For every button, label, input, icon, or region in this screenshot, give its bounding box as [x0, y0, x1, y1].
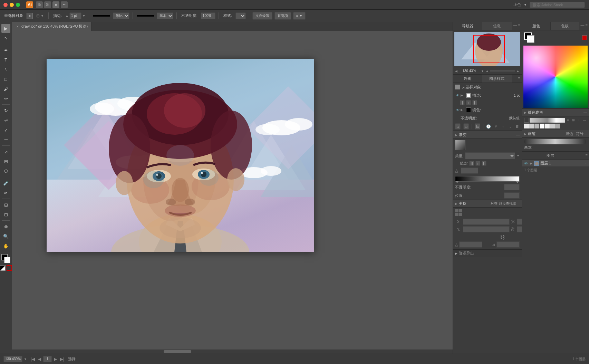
swatch-1[interactable] [529, 124, 534, 128]
tab-info[interactable]: 信息 [482, 22, 512, 30]
swatch-6[interactable] [555, 124, 560, 128]
tool-selection[interactable]: ▶ [1, 24, 10, 33]
color-minimize-icon[interactable]: — [581, 23, 585, 29]
copy-icon[interactable]: ⎘ [494, 123, 498, 130]
tab-appearance[interactable]: 外观 [453, 75, 482, 83]
tool-pen[interactable]: ✒ [1, 46, 10, 55]
tab-color[interactable]: 颜色 [522, 22, 551, 30]
tool-type[interactable]: T [1, 55, 10, 64]
layer-lock-icon[interactable]: ○ [583, 161, 586, 165]
proportional-select[interactable]: 等比 [113, 12, 129, 19]
y-input[interactable] [463, 226, 510, 232]
close-tab-icon[interactable]: ✕ [16, 25, 20, 29]
tab-pen[interactable]: ✒ [61, 1, 68, 8]
stroke-align-center[interactable]: | [466, 100, 471, 105]
extra-menu-button[interactable]: ≡ ▼ [293, 12, 306, 20]
x-input[interactable] [463, 219, 510, 225]
base-style-select[interactable]: 基本 [157, 12, 173, 19]
tool-graph[interactable]: ⊞ [1, 200, 10, 209]
color-ref-add-icon[interactable]: + [577, 118, 581, 123]
tool-line[interactable]: \ [1, 65, 10, 74]
style-select[interactable] [235, 12, 246, 19]
grad-stroke-3[interactable]: ▌ [482, 161, 486, 166]
gradient-swatch[interactable] [455, 140, 465, 150]
tool-zoom[interactable]: 🔍 [1, 232, 10, 241]
color-menu-icon[interactable]: ≡ [586, 23, 588, 29]
add-layer-btn[interactable]: □ [455, 123, 461, 130]
shear-input[interactable] [496, 241, 520, 248]
tool-scale[interactable]: ⤢ [1, 125, 10, 134]
tab-shape-style[interactable]: 图形样式 [482, 75, 512, 83]
appearance-menu-icon[interactable]: ≡ [518, 75, 520, 82]
transform-options-icon[interactable]: — [516, 202, 520, 205]
gradient-stop-right[interactable] [516, 181, 519, 183]
brush-section-header[interactable]: ▶ 画笔 描边 符号 — [522, 130, 589, 138]
gradient-stop-left[interactable] [455, 181, 459, 183]
tab-layout[interactable]: ≡ [52, 1, 59, 8]
link-constraint-icon[interactable]: ⛓ [500, 234, 505, 240]
layer-expand-icon[interactable]: ▶ [530, 162, 533, 165]
clock-icon[interactable]: 🕐 [486, 123, 491, 130]
nav-next-btn[interactable]: ▶ [53, 357, 58, 362]
tool-rotate[interactable]: ↻ [1, 106, 10, 115]
color-ref-grid-icon[interactable]: ⊞ [571, 118, 576, 123]
panel-minimize-icon[interactable]: — [513, 23, 517, 29]
doc-settings-button[interactable]: 文档设置 [252, 12, 272, 20]
tool-blend[interactable]: ∞ [1, 188, 10, 197]
tool-mirror[interactable]: ⇌ [1, 116, 10, 125]
tool-direct-selection[interactable]: ↖ [1, 33, 10, 42]
tool-slice[interactable]: ⊗ [1, 222, 10, 231]
tab-navigator[interactable]: 导航器 [453, 22, 482, 30]
color-ref-del-icon[interactable]: — [582, 118, 587, 123]
stroke-expand-icon[interactable]: ▶ [461, 94, 465, 97]
stroke-visibility-icon[interactable]: 👁 [455, 94, 461, 97]
fill-visibility-icon[interactable]: 👁 [455, 108, 461, 112]
minimize-button[interactable] [10, 3, 14, 7]
grad-position-input[interactable] [504, 192, 520, 199]
tab-br[interactable]: Br [36, 1, 43, 8]
stroke-color-swatch[interactable] [466, 93, 471, 98]
current-color-box[interactable] [524, 118, 529, 123]
swatch-0[interactable] [524, 124, 529, 128]
tool-eyedropper[interactable]: 💉 [1, 179, 10, 188]
layer-vis-icon[interactable]: 👁 [524, 161, 529, 165]
tool-freescale[interactable]: ⊞ [1, 157, 10, 166]
tool-hand[interactable]: ✋ [1, 241, 10, 250]
stroke-mode-toggle[interactable]: ⊞ ▼ [35, 13, 45, 19]
move-down-icon[interactable]: ↓ [508, 123, 512, 130]
rotation-input[interactable] [459, 241, 482, 248]
gradient-section-header[interactable]: ▶ 渐变 — [453, 131, 522, 139]
preferences-button[interactable]: 首选项 [274, 12, 291, 20]
nav-first-btn[interactable]: |◀ [30, 357, 36, 362]
swatch-5[interactable] [550, 124, 555, 128]
angle-input[interactable] [461, 167, 478, 174]
color-ref-header[interactable]: ▶ 颜色参考 — [522, 109, 589, 116]
height-input[interactable] [517, 226, 522, 232]
swatch-3[interactable] [540, 124, 544, 128]
zoom-min-icon[interactable]: ◀ [455, 69, 457, 73]
color-gradient-area[interactable] [523, 46, 588, 108]
gradient-type-select[interactable] [465, 152, 515, 159]
appearance-minimize-icon[interactable]: — [513, 75, 517, 82]
horizontal-scrollbar[interactable] [12, 349, 518, 354]
resources-header[interactable]: ▶ 资源导出 [453, 249, 522, 257]
maximize-button[interactable] [16, 3, 20, 7]
stroke-value-input[interactable] [69, 12, 81, 19]
tab-st[interactable]: St [44, 1, 51, 8]
nav-last-btn[interactable]: ▶| [59, 357, 65, 362]
gradient-bar[interactable] [455, 176, 520, 182]
tool-paintbrush[interactable]: 🖌 [1, 84, 10, 93]
close-button[interactable] [3, 3, 8, 7]
grad-stroke-1[interactable]: ▐ [469, 161, 474, 166]
delete-icon[interactable]: 🗑 [515, 123, 520, 130]
swatch-4[interactable] [545, 124, 550, 128]
tab-layers[interactable]: 图层 [522, 152, 579, 160]
none-color[interactable] [7, 265, 12, 271]
tool-warp[interactable]: 〰 [1, 135, 10, 144]
color-range-bar[interactable] [530, 118, 565, 123]
art-canvas[interactable] [47, 59, 314, 252]
move-up-icon[interactable]: ↑ [501, 123, 505, 130]
opacity-input[interactable] [201, 12, 215, 19]
background-color[interactable] [4, 257, 10, 263]
tool-width[interactable]: ⊿ [1, 147, 10, 156]
